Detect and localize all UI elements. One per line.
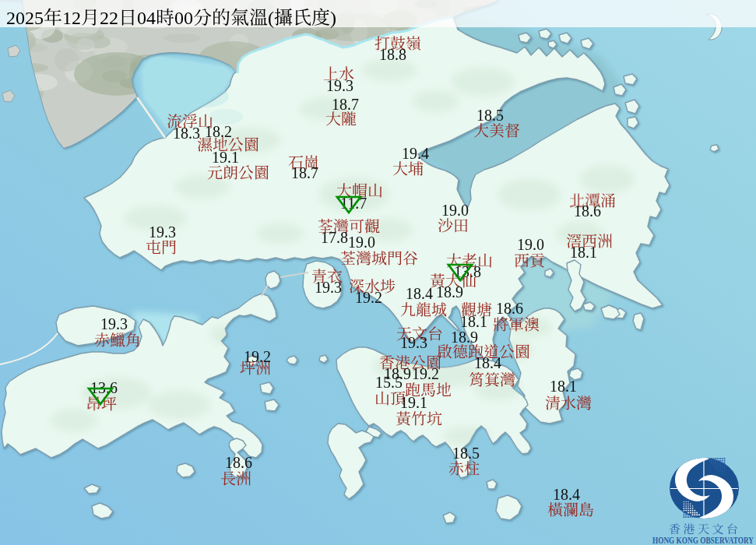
svg-text:HONG KONG OBSERVATORY: HONG KONG OBSERVATORY bbox=[652, 536, 754, 545]
svg-text:12: 12 bbox=[62, 8, 81, 28]
svg-text:18.7: 18.7 bbox=[291, 164, 318, 181]
svg-text:18.9: 18.9 bbox=[436, 283, 463, 301]
svg-text:19.3: 19.3 bbox=[400, 334, 427, 351]
svg-text:18.1: 18.1 bbox=[570, 244, 597, 261]
svg-text:22: 22 bbox=[100, 8, 118, 28]
svg-text:18.6: 18.6 bbox=[496, 300, 523, 317]
svg-text:19.0: 19.0 bbox=[348, 234, 375, 251]
svg-text:17.8: 17.8 bbox=[321, 229, 348, 246]
svg-text:18.1: 18.1 bbox=[550, 378, 577, 395]
svg-text:19.2: 19.2 bbox=[355, 289, 382, 306]
svg-text:19.0: 19.0 bbox=[517, 236, 544, 253]
svg-text:19.2: 19.2 bbox=[412, 365, 439, 382]
svg-text:04: 04 bbox=[137, 8, 156, 28]
svg-text:19.3: 19.3 bbox=[100, 315, 128, 332]
svg-text:18.8: 18.8 bbox=[379, 46, 406, 63]
svg-text:18.7: 18.7 bbox=[332, 96, 359, 113]
svg-text:(: ( bbox=[268, 8, 274, 28]
svg-text:19.3: 19.3 bbox=[315, 279, 342, 296]
svg-text:19.4: 19.4 bbox=[402, 145, 429, 162]
svg-text:19.0: 19.0 bbox=[441, 202, 469, 219]
svg-text:2025: 2025 bbox=[6, 8, 44, 28]
svg-text:18.1: 18.1 bbox=[460, 313, 487, 330]
svg-text:18.9: 18.9 bbox=[451, 329, 478, 346]
svg-text:18.4: 18.4 bbox=[406, 285, 433, 302]
svg-text:18.5: 18.5 bbox=[476, 107, 504, 124]
svg-text:19.1: 19.1 bbox=[400, 394, 427, 411]
svg-text:19.2: 19.2 bbox=[244, 348, 271, 365]
svg-text:19.3: 19.3 bbox=[326, 77, 353, 94]
svg-text:18.3: 18.3 bbox=[173, 125, 200, 142]
svg-text:00: 00 bbox=[174, 8, 193, 28]
svg-text:18.4: 18.4 bbox=[474, 354, 501, 371]
svg-text:18.6: 18.6 bbox=[574, 202, 601, 220]
svg-text:19.1: 19.1 bbox=[212, 149, 239, 166]
svg-text:18.2: 18.2 bbox=[205, 123, 232, 140]
svg-text:19.3: 19.3 bbox=[149, 223, 176, 241]
svg-text:18.6: 18.6 bbox=[225, 454, 252, 471]
svg-text:): ) bbox=[330, 8, 336, 28]
svg-text:15.5: 15.5 bbox=[375, 374, 403, 391]
svg-text:18.5: 18.5 bbox=[452, 445, 480, 462]
svg-text:18.4: 18.4 bbox=[553, 486, 580, 503]
